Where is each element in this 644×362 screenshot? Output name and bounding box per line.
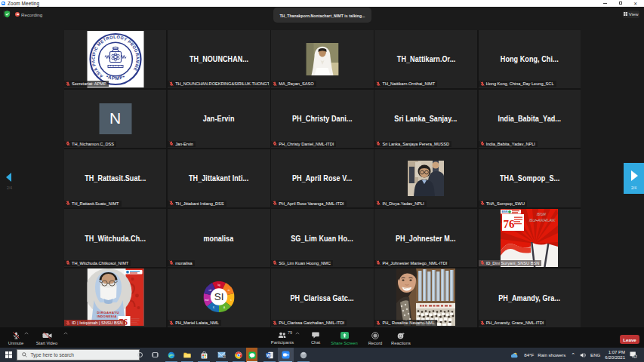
svg-text:BSN: BSN bbox=[502, 210, 508, 213]
svg-text:SI: SI bbox=[214, 291, 223, 302]
svg-text:cd: cd bbox=[208, 289, 211, 292]
svg-text:K: K bbox=[213, 306, 214, 309]
svg-text:W: W bbox=[266, 352, 270, 357]
svg-text:BSN: BSN bbox=[537, 212, 547, 216]
svg-text:2: 2 bbox=[223, 355, 225, 358]
svg-text:mol: mol bbox=[205, 299, 208, 302]
svg-text:76: 76 bbox=[504, 218, 516, 230]
svg-text:INDONESIA: INDONESIA bbox=[97, 314, 116, 318]
svg-text:A: A bbox=[223, 306, 225, 309]
svg-text:Ber-AKHLAK: Ber-AKHLAK bbox=[529, 217, 556, 222]
svg-text:•APMP•: •APMP• bbox=[105, 73, 125, 81]
svg-text:kg: kg bbox=[217, 284, 220, 287]
svg-text:12: 12 bbox=[634, 355, 637, 358]
